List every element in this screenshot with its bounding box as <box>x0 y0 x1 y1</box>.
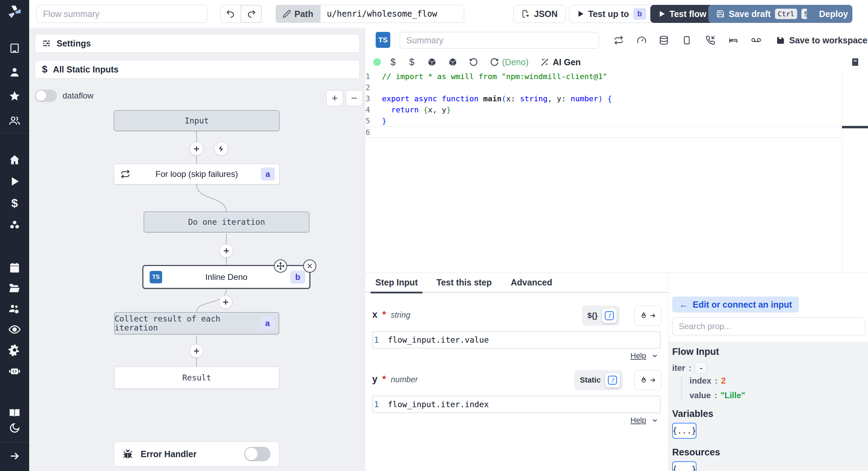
field-x-help[interactable]: Help <box>631 351 659 360</box>
calendar-icon[interactable] <box>9 262 20 274</box>
variables-expand-button[interactable]: {...} <box>672 423 696 439</box>
left-nav-rail: $ <box>0 0 29 471</box>
windmill-logo[interactable] <box>7 4 23 20</box>
editor-status-row: $ $ (Deno) AI Gen <box>365 53 868 71</box>
flow-summary-input[interactable] <box>36 5 207 23</box>
field-x-connect-button[interactable] <box>634 306 661 326</box>
test-flow-button[interactable]: Test flow <box>650 5 714 23</box>
folder-open-icon[interactable] <box>8 282 21 295</box>
code-line[interactable]: 4 return {x, y} <box>365 104 842 115</box>
add-step-button[interactable] <box>219 295 233 309</box>
code-line[interactable]: 5} <box>365 115 842 127</box>
tree-row-iter[interactable]: iter: - <box>672 362 868 374</box>
refresh-cw-icon[interactable] <box>490 58 499 67</box>
dollar-icon: $ <box>42 64 48 75</box>
flow-node-input[interactable]: Input <box>114 110 279 131</box>
path-input[interactable] <box>320 5 464 23</box>
book-open-icon[interactable] <box>8 407 21 419</box>
user-icon[interactable] <box>9 66 20 78</box>
star-icon[interactable] <box>9 90 20 102</box>
code-line[interactable]: 6 <box>365 127 842 138</box>
delete-step-button[interactable] <box>303 259 316 273</box>
ai-gen-button[interactable]: AI Gen <box>540 57 581 67</box>
code-line[interactable]: 2 <box>365 82 842 93</box>
resources-expand-button[interactable]: {...} <box>672 461 696 471</box>
flow-node-result[interactable]: Result <box>114 367 279 389</box>
resource-dollar-icon[interactable]: $ <box>409 57 414 68</box>
tab-test-this-step[interactable]: Test this step <box>436 273 492 292</box>
library-book-icon[interactable] <box>851 58 860 67</box>
all-static-inputs-button[interactable]: $ All Static Inputs <box>35 60 360 79</box>
resources-title: Resources <box>672 447 868 458</box>
path-button[interactable]: Path <box>276 5 320 23</box>
moon-icon[interactable] <box>9 422 20 434</box>
field-x-expression[interactable]: 1 flow_input.iter.value <box>372 331 661 349</box>
function-icon: f <box>604 310 615 321</box>
mobile-icon[interactable] <box>682 35 692 45</box>
flow-node-for-loop[interactable]: For loop (skip failures) a <box>114 164 279 185</box>
field-y-connect-button[interactable] <box>634 370 661 390</box>
tree-row-index[interactable]: index: 2 <box>690 376 868 386</box>
gauge-icon[interactable] <box>637 35 646 45</box>
save-to-workspace-button[interactable]: Save to workspace <box>776 35 867 45</box>
test-up-to-button[interactable]: Test up to b <box>569 5 654 23</box>
tree-row-value[interactable]: value: "Lille" <box>690 391 868 400</box>
rotate-ccw-icon[interactable] <box>469 58 478 67</box>
field-y-expression[interactable]: 1 flow_input.iter.index <box>372 396 661 413</box>
json-button[interactable]: JSON <box>514 5 566 23</box>
phone-incoming-icon[interactable] <box>706 35 715 45</box>
step-badge: a <box>261 168 275 181</box>
redo-button[interactable] <box>241 5 262 23</box>
field-y-help[interactable]: Help <box>631 416 659 425</box>
add-step-button[interactable] <box>219 244 233 258</box>
play-icon <box>658 10 665 17</box>
settings-gear-icon[interactable] <box>8 344 21 356</box>
error-handler-toggle[interactable] <box>244 447 270 461</box>
step-input-panel: Step Input Test this step Advanced x* st… <box>365 273 668 471</box>
building-icon[interactable] <box>9 43 20 54</box>
code-editor[interactable]: 1// import * as wmill from "npm:windmill… <box>365 71 842 272</box>
voicemail-icon[interactable] <box>751 35 761 45</box>
package-icon[interactable] <box>448 58 457 67</box>
users-icon[interactable] <box>9 115 20 127</box>
save-draft-button[interactable]: Save draft Ctrl S <box>708 5 819 23</box>
flow-settings-button[interactable]: Settings <box>35 34 360 53</box>
bed-icon[interactable] <box>728 35 738 45</box>
tab-advanced[interactable]: Advanced <box>511 273 552 292</box>
add-step-button[interactable] <box>190 344 203 358</box>
edit-or-connect-button[interactable]: ← Edit or connect an input <box>672 297 799 312</box>
scrollbar-thumb[interactable] <box>842 126 868 128</box>
home-icon[interactable] <box>9 154 20 166</box>
zoom-in-button[interactable]: + <box>326 90 343 106</box>
eye-icon[interactable] <box>8 323 21 336</box>
dataflow-toggle[interactable] <box>35 89 57 102</box>
blocks-icon[interactable] <box>9 219 20 231</box>
add-trigger-button[interactable] <box>214 142 228 156</box>
repeat-icon[interactable] <box>614 35 624 45</box>
robot-icon[interactable] <box>8 365 21 377</box>
runtime-label[interactable]: (Deno) <box>502 57 528 67</box>
javascript-expr-button[interactable]: f <box>605 372 620 388</box>
code-line[interactable]: 1// import * as wmill from "npm:windmill… <box>365 71 842 82</box>
database-icon[interactable] <box>659 35 669 45</box>
play-icon[interactable] <box>9 176 20 187</box>
move-step-button[interactable] <box>274 259 287 273</box>
search-prop-input[interactable] <box>672 317 865 335</box>
variable-dollar-icon[interactable]: $ <box>390 57 395 68</box>
move-icon <box>276 262 285 270</box>
zoom-out-button[interactable]: − <box>346 90 362 106</box>
javascript-expr-button[interactable]: f <box>602 308 617 323</box>
flow-node-collect-result[interactable]: Collect result of each iteration a <box>114 312 279 334</box>
step-summary-input[interactable] <box>400 32 599 49</box>
arrow-right-icon[interactable] <box>9 450 20 462</box>
undo-button[interactable] <box>220 5 241 23</box>
package-icon[interactable] <box>427 58 436 67</box>
deploy-button[interactable]: Deploy <box>807 5 852 23</box>
users-gear-icon[interactable] <box>8 303 21 315</box>
flow-node-do-one-iteration[interactable]: Do one iteration <box>144 212 309 232</box>
add-step-button[interactable] <box>190 142 203 156</box>
tab-step-input[interactable]: Step Input <box>375 273 418 292</box>
code-line[interactable]: 3export async function main(x: string, y… <box>365 93 842 104</box>
dollar-icon[interactable]: $ <box>11 196 18 210</box>
collapse-button[interactable]: - <box>695 362 707 374</box>
